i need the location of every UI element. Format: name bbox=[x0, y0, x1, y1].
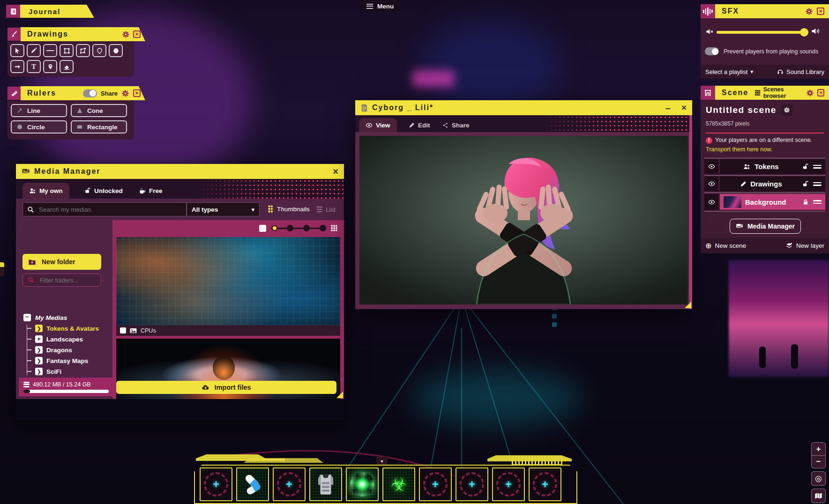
tree-item-tokens-avatars[interactable]: ❯ Tokens & Avatars bbox=[27, 325, 99, 332]
volume-slider[interactable] bbox=[717, 30, 806, 35]
hotbar-slot-1[interactable]: + bbox=[200, 467, 232, 501]
prevent-sounds-toggle[interactable] bbox=[705, 47, 719, 55]
recenter-target-button[interactable]: ◎ bbox=[811, 471, 826, 486]
mute-icon[interactable] bbox=[706, 28, 714, 35]
scene-header[interactable]: Scene Scenes browser × bbox=[715, 86, 829, 100]
tree-item-fantasy-maps[interactable]: ❯ Fantasy Maps bbox=[27, 357, 99, 364]
chevron-right-icon[interactable]: ❯ bbox=[35, 325, 43, 332]
scene-settings-gear-icon[interactable] bbox=[806, 89, 814, 97]
sfx-close-icon[interactable]: × bbox=[817, 7, 824, 15]
arrow-tool-button[interactable] bbox=[10, 60, 24, 73]
tab-free[interactable]: Free bbox=[132, 183, 169, 199]
resize-handle[interactable] bbox=[685, 302, 691, 308]
drawings-header[interactable]: Drawings × bbox=[21, 27, 145, 41]
rulers-share-toggle[interactable] bbox=[83, 89, 97, 97]
rulers-settings-gear-icon[interactable] bbox=[121, 89, 129, 97]
left-edge-collapsed-panel[interactable] bbox=[0, 262, 4, 276]
drawings-settings-gear-icon[interactable] bbox=[122, 30, 130, 38]
text-tool-button[interactable]: T bbox=[27, 60, 41, 73]
tree-root-my-medias[interactable]: − My Medias bbox=[23, 314, 99, 321]
ruler-rectangle-button[interactable]: Rectangle bbox=[71, 120, 127, 133]
thumbnail-size-slider[interactable] bbox=[271, 225, 326, 231]
new-folder-button[interactable]: New folder bbox=[22, 254, 101, 270]
free-shape-tool-button[interactable] bbox=[76, 44, 90, 57]
window-right-edge[interactable] bbox=[689, 115, 692, 309]
sound-library-label[interactable]: Sound Library bbox=[786, 68, 824, 75]
minimize-icon[interactable]: – bbox=[665, 105, 671, 110]
hotbar-collapse-button[interactable]: ▾ bbox=[376, 457, 388, 465]
hotbar-slot-10[interactable]: + bbox=[529, 467, 561, 501]
transport-link[interactable]: Transport them here now. bbox=[706, 146, 772, 153]
journal-button[interactable]: Journal bbox=[20, 5, 94, 18]
rulers-header[interactable]: Rulers Share × bbox=[21, 86, 145, 100]
eraser-tool-button[interactable] bbox=[60, 60, 74, 73]
hotbar-slot-8[interactable]: + bbox=[456, 467, 488, 501]
resize-handle[interactable] bbox=[336, 392, 343, 398]
tab-view[interactable]: View bbox=[359, 118, 397, 132]
drag-handle-icon[interactable] bbox=[813, 181, 822, 187]
chevron-right-icon[interactable]: ❯ bbox=[35, 368, 43, 375]
new-layer-label[interactable]: New layer bbox=[796, 242, 824, 249]
import-files-button[interactable]: Import files bbox=[116, 381, 336, 394]
scenes-browser-label[interactable]: Scenes browser bbox=[763, 86, 803, 99]
filter-folders-field[interactable] bbox=[22, 274, 101, 287]
image-window-close-icon[interactable]: × bbox=[681, 104, 687, 112]
select-all-checkbox[interactable] bbox=[259, 225, 266, 232]
drawings-close-icon[interactable]: × bbox=[133, 30, 141, 38]
map-button[interactable] bbox=[811, 489, 826, 503]
select-playlist-label[interactable]: Select a playlist bbox=[705, 68, 747, 75]
tree-item-dragons[interactable]: ❯ Dragons bbox=[27, 346, 99, 354]
rulers-close-icon[interactable]: × bbox=[133, 89, 141, 97]
layer-row-background[interactable]: Background bbox=[704, 194, 825, 210]
ruler-line-button[interactable]: Line bbox=[11, 104, 67, 117]
type-filter-select[interactable]: All types ▾ bbox=[187, 202, 260, 216]
hotbar-slot-5-vortex[interactable] bbox=[346, 467, 379, 501]
artwork-cyborg-girl[interactable] bbox=[359, 136, 688, 304]
tree-item-landscapes[interactable]: + Landscapes bbox=[27, 335, 99, 343]
filter-folders-input[interactable] bbox=[39, 276, 97, 284]
expand-plus-icon[interactable]: + bbox=[35, 335, 43, 343]
line-tool-button[interactable]: — bbox=[43, 44, 57, 57]
tab-my-own[interactable]: My own bbox=[22, 183, 69, 199]
menu-bar[interactable]: Menu bbox=[360, 0, 400, 12]
cpus-checkbox[interactable] bbox=[120, 327, 126, 334]
ruler-circle-button[interactable]: Circle bbox=[11, 120, 67, 133]
lock-icon[interactable] bbox=[802, 199, 809, 206]
scene-name-gear-button[interactable] bbox=[781, 104, 792, 116]
speaker-icon[interactable] bbox=[811, 27, 821, 35]
tree-item-scifi[interactable]: ❯ SciFi bbox=[27, 368, 99, 375]
drag-handle-icon[interactable] bbox=[813, 163, 822, 170]
image-window-titlebar[interactable]: Cyborg _ Lili* – × bbox=[355, 100, 692, 115]
journal-icon[interactable] bbox=[6, 5, 20, 18]
sfx-header[interactable]: SFX × bbox=[715, 4, 829, 18]
scene-media-manager-button[interactable]: Media Manager bbox=[730, 219, 801, 234]
grid-size-icon[interactable] bbox=[331, 225, 337, 231]
tab-share[interactable]: Share bbox=[436, 118, 476, 132]
hotbar-slot-2-pills[interactable] bbox=[236, 467, 269, 501]
hotbar-slot-3[interactable]: + bbox=[273, 467, 306, 501]
hotbar-slot-7[interactable]: + bbox=[419, 467, 452, 501]
layer-row-tokens[interactable]: Tokens bbox=[704, 159, 825, 174]
view-thumbnails-toggle[interactable]: Thumbnails bbox=[268, 205, 310, 213]
sfx-settings-gear-icon[interactable] bbox=[805, 7, 813, 15]
cursor-tool-button[interactable] bbox=[10, 44, 24, 57]
media-card-cpus[interactable]: CPUs bbox=[116, 237, 340, 336]
tab-unlocked[interactable]: Unlocked bbox=[78, 183, 129, 199]
visibility-eye-icon[interactable] bbox=[704, 194, 718, 210]
new-scene-label[interactable]: New scene bbox=[715, 242, 746, 249]
visibility-eye-icon[interactable] bbox=[704, 177, 718, 191]
drag-handle-icon[interactable] bbox=[813, 199, 822, 205]
visibility-eye-icon[interactable] bbox=[704, 159, 718, 174]
zoom-out-button[interactable]: − bbox=[812, 456, 825, 468]
layer-row-drawings[interactable]: Drawings bbox=[704, 177, 825, 191]
media-manager-titlebar[interactable]: Media Manager × bbox=[16, 164, 344, 179]
hotbar-slot-4-armor[interactable] bbox=[309, 467, 342, 501]
tab-edit[interactable]: Edit bbox=[402, 118, 437, 132]
rectangle-tool-button[interactable] bbox=[60, 44, 74, 57]
unlock-icon[interactable] bbox=[802, 163, 809, 170]
scene-name[interactable]: Untitled scene bbox=[706, 105, 777, 115]
zoom-in-button[interactable]: + bbox=[812, 443, 825, 455]
pencil-tool-button[interactable] bbox=[27, 44, 41, 57]
pin-tool-button[interactable] bbox=[43, 60, 57, 73]
search-input[interactable] bbox=[22, 202, 187, 216]
